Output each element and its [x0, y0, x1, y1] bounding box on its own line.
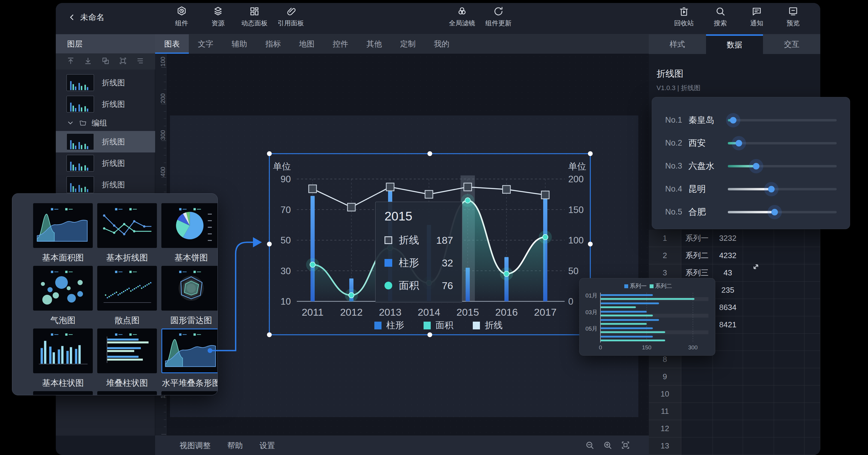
- picker-item-基本饼图[interactable]: 基本饼图: [161, 203, 218, 264]
- table-cell[interactable]: [713, 420, 743, 437]
- tab-控件[interactable]: 控件: [323, 34, 357, 54]
- table-cell[interactable]: [713, 437, 743, 455]
- row-number-cell[interactable]: 13: [649, 437, 681, 455]
- table-cell[interactable]: [774, 368, 804, 386]
- table-cell[interactable]: [743, 386, 774, 403]
- layer-tool-to-top[interactable]: [66, 57, 75, 66]
- table-row[interactable]: 2系列二4232: [649, 247, 820, 264]
- table-cell[interactable]: [804, 403, 820, 420]
- picker-item-水平堆叠条形图[interactable]: 水平堆叠条形图: [161, 329, 218, 389]
- table-cell[interactable]: 系列一: [681, 230, 713, 247]
- table-cell[interactable]: [804, 437, 820, 455]
- table-cell[interactable]: 8634: [713, 299, 743, 316]
- tab-我的[interactable]: 我的: [425, 34, 459, 54]
- layer-tool-list[interactable]: [136, 57, 144, 66]
- layer-item[interactable]: 折线图: [56, 174, 155, 195]
- table-cell[interactable]: [804, 299, 820, 316]
- slider-knob[interactable]: [768, 186, 775, 192]
- table-cell[interactable]: [774, 299, 804, 316]
- toolbar-button-component[interactable]: 组件: [165, 6, 198, 28]
- table-cell[interactable]: [743, 334, 774, 351]
- table-row[interactable]: 1系列一3232: [649, 230, 820, 247]
- table-cell[interactable]: [774, 420, 804, 437]
- table-cell[interactable]: [774, 437, 804, 455]
- row-number-cell[interactable]: 9: [649, 368, 681, 386]
- panel-tab-数据[interactable]: 数据: [706, 34, 763, 54]
- layer-tool-to-bottom[interactable]: [84, 57, 92, 66]
- toolbar-button-publish[interactable]: 发布: [813, 6, 820, 28]
- slider-track[interactable]: [728, 142, 837, 144]
- table-cell[interactable]: [804, 282, 820, 299]
- picker-item-基本面积图[interactable]: 基本面积图: [33, 203, 93, 264]
- table-cell[interactable]: [713, 351, 743, 368]
- back-button[interactable]: 未命名: [68, 12, 104, 23]
- tab-定制[interactable]: 定制: [391, 34, 425, 54]
- table-cell[interactable]: [743, 368, 774, 386]
- slider-track[interactable]: [728, 119, 837, 121]
- zoom-in-button[interactable]: [603, 441, 612, 451]
- tab-指标[interactable]: 指标: [256, 34, 290, 54]
- zoom-out-button[interactable]: [585, 441, 594, 451]
- table-cell[interactable]: [774, 264, 804, 282]
- table-cell[interactable]: 4232: [713, 247, 743, 264]
- table-cell[interactable]: [743, 420, 774, 437]
- bottom-action-帮助[interactable]: 帮助: [227, 441, 243, 451]
- resize-diagonal-icon[interactable]: [750, 261, 762, 274]
- panel-tab-样式[interactable]: 样式: [649, 34, 706, 54]
- slider-knob[interactable]: [736, 140, 742, 147]
- table-cell[interactable]: [804, 386, 820, 403]
- layer-tool-ungroup[interactable]: [119, 57, 127, 66]
- table-cell[interactable]: [713, 368, 743, 386]
- bottom-action-设置[interactable]: 设置: [259, 441, 275, 451]
- panel-tab-交互[interactable]: 交互: [763, 34, 820, 54]
- table-cell[interactable]: [804, 334, 820, 351]
- table-cell[interactable]: [774, 334, 804, 351]
- mini-bar-chart-popup[interactable]: 015030001月03月05月系列一系列二: [579, 278, 715, 356]
- table-cell[interactable]: 235: [713, 282, 743, 299]
- row-number-cell[interactable]: 10: [649, 386, 681, 403]
- picker-item-气泡图[interactable]: 气泡图: [33, 266, 93, 326]
- picker-item-基本柱状图[interactable]: 基本柱状图: [33, 329, 93, 389]
- row-number-cell[interactable]: 2: [649, 247, 681, 264]
- toolbar-button-recycle-bin[interactable]: 回收站: [668, 6, 700, 28]
- table-cell[interactable]: [774, 247, 804, 264]
- table-row[interactable]: 13: [649, 437, 820, 455]
- table-cell[interactable]: [804, 264, 820, 282]
- row-number-cell[interactable]: 11: [649, 403, 681, 420]
- picker-item-堆叠柱状图[interactable]: 堆叠柱状图: [97, 329, 157, 389]
- toolbar-button-dynamic-panel[interactable]: 动态面板: [238, 6, 271, 28]
- row-number-cell[interactable]: 1: [649, 230, 681, 247]
- toolbar-button-component-update[interactable]: 组件更新: [482, 6, 515, 28]
- table-cell[interactable]: [774, 230, 804, 247]
- toolbar-button-search[interactable]: 搜索: [704, 6, 737, 28]
- table-row[interactable]: 9: [649, 368, 820, 386]
- table-cell[interactable]: [743, 437, 774, 455]
- table-cell[interactable]: [743, 282, 774, 299]
- table-cell[interactable]: [713, 386, 743, 403]
- picker-item-散点图[interactable]: 散点图: [97, 266, 157, 326]
- table-cell[interactable]: [804, 247, 820, 264]
- layer-item[interactable]: 折线图: [56, 72, 155, 93]
- table-cell[interactable]: [681, 420, 713, 437]
- table-cell[interactable]: 3232: [713, 230, 743, 247]
- layer-item[interactable]: 折线图: [56, 93, 155, 115]
- tab-其他[interactable]: 其他: [357, 34, 391, 54]
- toolbar-button-global-filter[interactable]: 全局滤镜: [446, 6, 478, 28]
- table-cell[interactable]: [681, 437, 713, 455]
- table-cell[interactable]: [743, 230, 774, 247]
- picker-item[interactable]: [97, 391, 157, 395]
- table-cell[interactable]: [774, 403, 804, 420]
- table-cell[interactable]: [804, 351, 820, 368]
- slider-knob[interactable]: [771, 209, 778, 215]
- picker-item-圆形雷达图[interactable]: 圆形雷达图: [161, 266, 218, 326]
- tab-文字[interactable]: 文字: [189, 34, 222, 54]
- table-cell[interactable]: [743, 299, 774, 316]
- table-row[interactable]: 11: [649, 403, 820, 420]
- toolbar-button-resource[interactable]: 资源: [202, 6, 234, 28]
- picker-item[interactable]: [33, 391, 93, 395]
- slider-knob[interactable]: [730, 117, 737, 123]
- layer-item[interactable]: 折线图: [56, 152, 155, 174]
- table-cell[interactable]: 系列二: [681, 247, 713, 264]
- table-cell[interactable]: [804, 230, 820, 247]
- table-row[interactable]: 12: [649, 420, 820, 437]
